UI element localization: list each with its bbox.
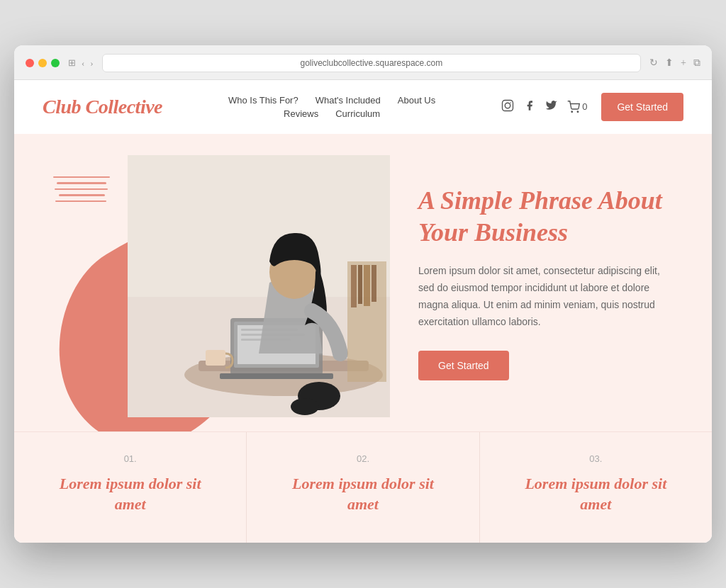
wave-line-5 [55, 200, 106, 203]
hero-body-text: Lorem ipsum dolor sit amet, consectetur … [418, 263, 676, 330]
svg-point-2 [510, 102, 512, 103]
svg-rect-0 [503, 100, 513, 111]
nav-links-row-1: Who Is This For? What's Included About U… [228, 95, 435, 106]
hero-headline: A Simple Phrase About Your Business [418, 185, 676, 249]
svg-rect-15 [220, 373, 333, 379]
maximize-button[interactable] [51, 59, 60, 67]
twitter-icon[interactable] [545, 99, 557, 114]
cart-count: 0 [582, 101, 587, 112]
card-title-3: Lorem ipsum dolor sit amet [508, 474, 683, 514]
back-icon[interactable]: ‹ [82, 57, 84, 69]
nav-get-started-button[interactable]: Get Started [601, 93, 683, 121]
address-bar[interactable]: goliveclubcollective.squarespace.com [102, 54, 641, 72]
card-number-2: 02. [275, 453, 450, 464]
view-toggle-icon[interactable]: ⊞ [68, 57, 76, 69]
card-title-1: Lorem ipsum dolor sit amet [43, 474, 218, 514]
hero-right: A Simple Phrase About Your Business Lore… [397, 157, 712, 408]
card-number-3: 03. [508, 453, 683, 464]
nav: Club Collective Who Is This For? What's … [14, 80, 712, 134]
svg-rect-24 [206, 350, 225, 366]
new-tab-icon[interactable]: + [681, 57, 686, 69]
wave-line-4 [59, 194, 105, 196]
wave-decoration [53, 176, 117, 203]
card-item-3: 03. Lorem ipsum dolor sit amet [480, 432, 712, 543]
svg-point-3 [571, 111, 573, 113]
svg-point-1 [505, 103, 510, 108]
svg-rect-23 [372, 265, 376, 302]
svg-rect-22 [364, 265, 370, 306]
cart-icon[interactable]: 0 [567, 101, 587, 113]
browser-controls: ⊞ ‹ › [68, 57, 94, 69]
nav-reviews[interactable]: Reviews [284, 108, 318, 119]
nav-about-us[interactable]: About Us [398, 95, 435, 106]
svg-point-4 [577, 111, 579, 113]
browser-chrome: ⊞ ‹ › goliveclubcollective.squarespace.c… [14, 45, 712, 80]
minimize-button[interactable] [38, 59, 47, 67]
site-logo[interactable]: Club Collective [43, 96, 162, 118]
browser-window: ⊞ ‹ › goliveclubcollective.squarespace.c… [14, 45, 712, 543]
card-item-1: 01. Lorem ipsum dolor sit amet [14, 432, 247, 543]
reload-icon[interactable]: ↻ [649, 57, 658, 69]
hero-get-started-button[interactable]: Get Started [418, 351, 509, 380]
forward-icon[interactable]: › [90, 57, 93, 69]
share-icon[interactable]: ⬆ [665, 57, 674, 69]
facebook-icon[interactable] [524, 100, 535, 114]
card-number-1: 01. [43, 453, 218, 464]
hero-image [128, 155, 390, 417]
nav-links-row-2: Reviews Curriculum [284, 108, 380, 119]
nav-curriculum[interactable]: Curriculum [335, 108, 380, 119]
nav-links: Who Is This For? What's Included About U… [162, 95, 501, 119]
svg-rect-21 [358, 265, 362, 304]
card-title-2: Lorem ipsum dolor sit amet [275, 474, 450, 514]
wave-line-2 [57, 182, 106, 184]
website: Club Collective Who Is This For? What's … [14, 80, 712, 543]
instagram-icon[interactable] [501, 99, 514, 115]
svg-point-17 [291, 398, 319, 415]
svg-rect-20 [351, 265, 357, 307]
nav-who-is-this-for[interactable]: Who Is This For? [228, 95, 298, 106]
hero-left [14, 141, 397, 424]
traffic-lights [26, 59, 60, 67]
close-button[interactable] [26, 59, 34, 67]
nav-whats-included[interactable]: What's Included [315, 95, 381, 106]
hero-section: A Simple Phrase About Your Business Lore… [14, 134, 712, 431]
browser-actions: ↻ ⬆ + ⧉ [649, 57, 700, 69]
nav-social-icons: 0 [501, 99, 587, 115]
wave-line-1 [53, 176, 110, 179]
wave-line-3 [55, 188, 108, 191]
hero-image-container [128, 155, 390, 417]
tabs-icon[interactable]: ⧉ [693, 57, 700, 69]
cards-section: 01. Lorem ipsum dolor sit amet 02. Lorem… [14, 431, 712, 543]
card-item-2: 02. Lorem ipsum dolor sit amet [247, 432, 479, 543]
